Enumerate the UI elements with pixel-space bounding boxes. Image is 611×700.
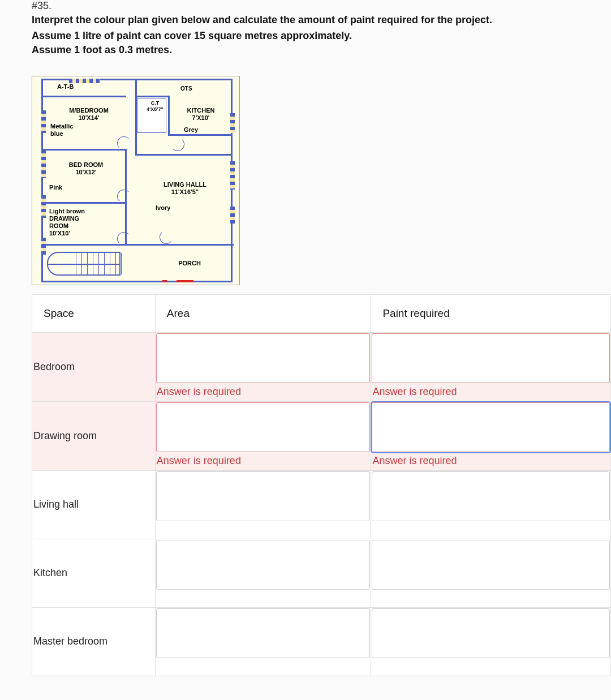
plan-label-ct: C.T4'X6'7" <box>144 100 166 113</box>
error-message: Answer is required <box>371 384 610 401</box>
area-cell <box>155 539 371 607</box>
plan-label-ots: OTS <box>180 85 192 92</box>
answer-table: Space Area Paint required BedroomAnswer … <box>32 294 611 676</box>
paint-cell <box>371 539 611 607</box>
space-cell: Living hall <box>32 470 156 539</box>
table-row: BedroomAnswer is requiredAnswer is requi… <box>32 332 611 401</box>
plan-label-drawing-room: DRAWINGROOM10'X10' <box>49 215 111 238</box>
table-row: Master bedroom <box>32 607 611 676</box>
table-row: Drawing roomAnswer is requiredAnswer is … <box>32 401 611 470</box>
paint-input[interactable] <box>372 540 610 590</box>
error-message: Answer is required <box>156 453 371 470</box>
floor-plan-image: A-T-B OTS C.T4'X6'7" KITCHEN7'X10' Grey … <box>32 76 240 285</box>
plan-label-bedroom: BED ROOM10'X12' <box>55 161 117 176</box>
plan-label-atb: A-T-B <box>57 83 74 91</box>
paint-cell <box>371 607 611 676</box>
area-input[interactable] <box>156 402 371 452</box>
table-row: Kitchen <box>32 539 611 607</box>
question-prompt-line1: Interpret the colour plan given below an… <box>32 13 579 27</box>
area-cell <box>155 470 371 539</box>
plan-colour-living-hall: Ivory <box>156 204 170 212</box>
column-header-area: Area <box>155 294 371 332</box>
error-message: Answer is required <box>371 453 610 470</box>
paint-input[interactable] <box>372 333 610 383</box>
paint-input[interactable] <box>372 402 610 452</box>
paint-cell: Answer is required <box>371 332 611 401</box>
error-message: Answer is required <box>156 384 371 401</box>
area-input[interactable] <box>156 471 371 521</box>
space-cell: Kitchen <box>32 539 156 607</box>
column-header-paint: Paint required <box>371 294 611 332</box>
space-cell: Drawing room <box>32 401 156 470</box>
paint-cell <box>371 470 611 539</box>
plan-colour-master-bedroom: Metallicblue <box>50 123 73 138</box>
question-prompt-line2: Assume 1 litre of paint can cover 15 squ… <box>32 29 579 42</box>
plan-label-kitchen: KITCHEN7'X10' <box>178 107 223 122</box>
plan-colour-bedroom: Pink <box>49 184 62 191</box>
paint-input[interactable] <box>372 471 610 521</box>
space-cell: Bedroom <box>32 332 156 401</box>
area-input[interactable] <box>156 540 371 590</box>
plan-colour-drawing-room: Light brown <box>49 208 85 215</box>
question-number: #35. <box>32 0 579 12</box>
plan-label-master-bedroom: M/BEDROOM10'X14' <box>55 107 123 122</box>
space-cell: Master bedroom <box>32 607 156 676</box>
area-cell <box>155 607 371 676</box>
area-cell: Answer is required <box>155 401 371 470</box>
column-header-space: Space <box>32 294 156 332</box>
question-prompt-line3: Assume 1 foot as 0.3 metres. <box>32 43 579 57</box>
plan-colour-kitchen: Grey <box>184 126 198 134</box>
paint-cell: Answer is required <box>371 401 611 470</box>
area-input[interactable] <box>156 333 371 383</box>
area-cell: Answer is required <box>155 332 371 401</box>
table-row: Living hall <box>32 470 611 539</box>
plan-label-living-hall: LIVING HALLL11'X16'5" <box>145 181 225 196</box>
plan-label-porch: PORCH <box>167 260 212 267</box>
area-input[interactable] <box>156 608 371 658</box>
paint-input[interactable] <box>372 608 610 658</box>
